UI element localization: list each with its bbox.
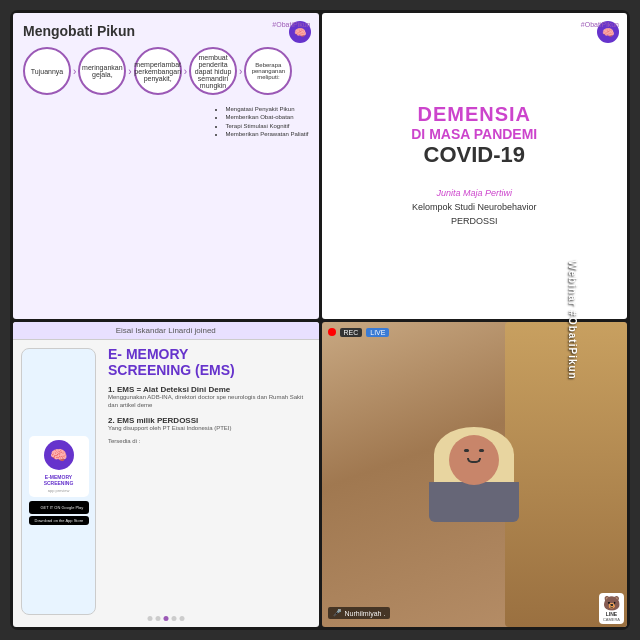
camera-text: CAMERA	[603, 617, 620, 622]
line-bear-icon: 🐻	[603, 595, 620, 611]
bl-phone-screen: 🧠 E-MEMORY SCREENING app preview	[29, 436, 89, 497]
tl-hashtag: #ObatiPikun	[272, 21, 310, 28]
flow-arrow-4: ›	[239, 66, 242, 77]
rec-indicator	[328, 328, 336, 336]
br-mouth	[467, 458, 481, 463]
br-video-area	[322, 322, 628, 628]
app-store-label: Download on the App Store	[35, 518, 84, 523]
tl-bullets: Mengatasi Penyakit Pikun Memberikan Obat…	[217, 105, 308, 139]
bl-dot-3	[163, 616, 168, 621]
bl-phone-desc: app preview	[33, 488, 85, 493]
br-person	[429, 427, 519, 522]
br-eyes	[449, 449, 499, 452]
bl-phone-mockup: 🧠 E-MEMORY SCREENING app preview ▶ GET I…	[21, 348, 96, 616]
br-face	[449, 435, 499, 485]
br-hijab	[434, 427, 514, 482]
flow-circle-2: meringankan gejala,	[78, 47, 126, 95]
top-right-panel: 🧠 #ObatiPikun DEMENSIA DI MASA PANDEMI C…	[322, 13, 628, 319]
bl-item-2: 2. EMS milik PERDOSSI Yang disupport ole…	[108, 416, 315, 433]
flow-circle-1: Tujuannya	[23, 47, 71, 95]
tr-org: PERDOSSI	[412, 214, 537, 228]
flow-arrow-1: ›	[73, 66, 76, 77]
line-camera-badge: 🐻 LINE CAMERA	[599, 593, 624, 624]
microphone-icon: 🎤	[333, 609, 342, 617]
br-name-bar: 🎤 Nurhilmiyah .	[328, 607, 391, 619]
tl-title: Mengobati Pikun	[23, 23, 309, 39]
bl-join-notice: Eisai Iskandar Linardi joined	[13, 322, 319, 340]
bl-item-2-title: 2. EMS milik PERDOSSI	[108, 416, 315, 425]
bl-dot-1	[147, 616, 152, 621]
bl-item-1-desc: Menggunakan ADB-INA, direktori doctor sp…	[108, 394, 315, 410]
br-eye-right	[479, 449, 484, 452]
bottom-left-panel: Eisai Iskandar Linardi joined 🧠 E-MEMORY…	[13, 322, 319, 628]
br-rec-bar: REC LIVE	[328, 328, 390, 337]
bl-phone-icon: 🧠	[44, 440, 74, 470]
live-label: LIVE	[366, 328, 389, 337]
tl-bottom: Mengatasi Penyakit Pikun Memberikan Obat…	[23, 99, 309, 139]
br-eye-left	[464, 449, 469, 452]
play-store-icon: ▶	[33, 503, 39, 512]
bl-dot-5	[179, 616, 184, 621]
tr-title-demensia: DEMENSIA	[417, 103, 531, 126]
google-play-button[interactable]: ▶ GET IT ON Google Play	[29, 501, 89, 514]
webinar-label: Webinar #ObatiPikun	[567, 260, 578, 379]
flow-circle-5: Beberapa penanganan meliputi:	[244, 47, 292, 95]
curtain	[505, 322, 627, 628]
br-body	[429, 482, 519, 522]
bl-item-1: 1. EMS = Alat Deteksi Dini Deme Mengguna…	[108, 385, 315, 410]
tr-author-name: Junita Maja Pertiwi	[412, 186, 537, 200]
bl-item-1-title: 1. EMS = Alat Deteksi Dini Deme	[108, 385, 315, 394]
bl-heading: E- MEMORY SCREENING (EMS)	[108, 346, 315, 380]
google-play-label: GET IT ON Google Play	[41, 505, 84, 510]
bl-dot-2	[155, 616, 160, 621]
br-speaker-name: Nurhilmiyah .	[345, 610, 386, 617]
bl-right-content: E- MEMORY SCREENING (EMS) 1. EMS = Alat …	[104, 340, 319, 624]
top-left-panel: Mengobati Pikun 🧠 #ObatiPikun Tujuannya …	[13, 13, 319, 319]
bl-item-2-desc: Yang disupport oleh PT Eisai Indonesia (…	[108, 425, 315, 433]
tr-title-covid: COVID-19	[424, 142, 525, 168]
main-container: Mengobati Pikun 🧠 #ObatiPikun Tujuannya …	[10, 10, 630, 630]
app-store-button[interactable]: Download on the App Store	[29, 516, 89, 525]
flow-arrow-2: ›	[128, 66, 131, 77]
tr-hashtag: #ObatiPikun	[581, 21, 619, 28]
bl-phone-label: E-MEMORY SCREENING	[33, 474, 85, 486]
bl-tersedia: Tersedia di :	[108, 438, 315, 444]
flow-circle-4: membuat penderita dapat hidup semandiri …	[189, 47, 237, 95]
bl-store-buttons: ▶ GET IT ON Google Play Download on the …	[29, 501, 89, 527]
flow-circle-3: memperlambat perkembangan penyakit,	[134, 47, 182, 95]
bl-carousel-dots	[147, 616, 184, 621]
flow-arrow-3: ›	[184, 66, 187, 77]
tr-author-info: Junita Maja Pertiwi Kelompok Studi Neuro…	[412, 186, 537, 229]
bottom-right-panel: REC LIVE	[322, 322, 628, 628]
bl-content: 🧠 E-MEMORY SCREENING app preview ▶ GET I…	[13, 340, 319, 624]
rec-label: REC	[340, 328, 363, 337]
bl-dot-4	[171, 616, 176, 621]
tr-title-pandemi: DI MASA PANDEMI	[411, 126, 537, 142]
flow-diagram: Tujuannya › meringankan gejala, › memper…	[23, 47, 309, 95]
br-person-frame	[322, 322, 628, 628]
tr-group: Kelompok Studi Neurobehavior	[412, 200, 537, 214]
